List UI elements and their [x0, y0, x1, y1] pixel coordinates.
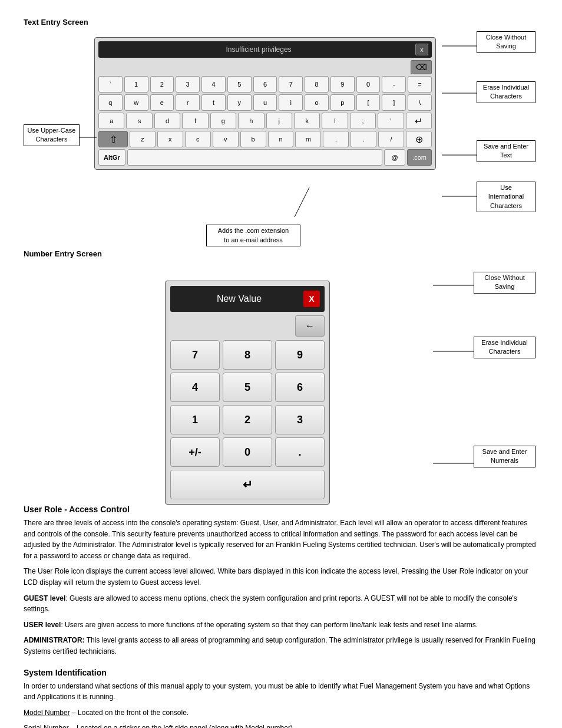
numpad-key-9[interactable]: 9 [275, 340, 325, 370]
kb-key-7[interactable]: 7 [279, 76, 303, 93]
numpad-key-1[interactable]: 1 [170, 405, 220, 434]
user-role-section: User Role - Access Control There are thr… [24, 505, 538, 657]
kb-key-j[interactable]: j [266, 113, 292, 129]
kb-key-f[interactable]: f [182, 113, 208, 129]
kb-shift-button[interactable]: ⇧ [98, 131, 128, 147]
kb-key-0[interactable]: 0 [356, 76, 381, 93]
numpad-key-4[interactable]: 4 [170, 373, 220, 402]
kb-key-v[interactable]: v [213, 131, 239, 147]
kb-key-1[interactable]: 1 [124, 76, 148, 93]
kb-dotcom-button[interactable]: .com [407, 149, 432, 166]
kb-key-n[interactable]: n [268, 131, 294, 147]
kb-key-2[interactable]: 2 [150, 76, 174, 93]
kb-key-a[interactable]: a [98, 113, 124, 129]
kb-key-4[interactable]: 4 [201, 76, 226, 93]
model-number-item: Model Number – Located on the front of t… [24, 707, 538, 719]
kb-key-s[interactable]: s [126, 113, 152, 129]
kb-key-q[interactable]: q [98, 94, 123, 111]
dotcom-callout: Adds the .com extensionto an e-mail addr… [206, 225, 300, 246]
kb-key-rbracket[interactable]: ] [382, 94, 406, 111]
numpad-backspace-button[interactable]: ← [295, 315, 325, 337]
kb-close-button[interactable]: x [415, 44, 428, 55]
kb-at-button[interactable]: @ [384, 149, 405, 166]
kb-globe-button[interactable]: ⊕ [406, 131, 432, 147]
kb-key-i[interactable]: i [279, 94, 303, 111]
kb-key-u[interactable]: u [253, 94, 277, 111]
guest-label: GUEST level [24, 594, 65, 602]
kb-key-b[interactable]: b [240, 131, 266, 147]
kb-altgr-button[interactable]: AltGr [98, 149, 125, 166]
numpad-key-7[interactable]: 7 [170, 340, 220, 370]
user-paragraph: USER level: Users are given access to mo… [24, 620, 538, 631]
kb-key-d[interactable]: d [154, 113, 180, 129]
kb-key-6[interactable]: 6 [253, 76, 277, 93]
numpad-key-plusminus[interactable]: +/- [170, 437, 220, 467]
kb-backspace-button[interactable]: ⌫ [411, 60, 432, 74]
user-label: USER level [24, 621, 61, 629]
numpad-key-8[interactable]: 8 [223, 340, 272, 370]
kb-key-8[interactable]: 8 [305, 76, 329, 93]
numpad-key-decimal[interactable]: . [275, 437, 325, 467]
kb-key-semicolon[interactable]: ; [350, 113, 376, 129]
kb-key-m[interactable]: m [295, 131, 321, 147]
kb-key-backslash[interactable]: \ [408, 94, 432, 111]
num-close-line [433, 279, 474, 291]
guest-paragraph: GUEST level: Guests are allowed to acces… [24, 593, 538, 615]
model-number-link[interactable]: Model Number [24, 709, 70, 717]
kb-key-9[interactable]: 9 [330, 76, 355, 93]
guest-text: : Guests are allowed to access menu opti… [24, 594, 517, 614]
erase-chars-kb-callout: Erase IndividualCharacters [477, 81, 535, 103]
text-entry-label: Text Entry Screen [24, 18, 538, 27]
kb-space-button[interactable] [127, 149, 383, 166]
numpad-close-button[interactable]: X [303, 291, 320, 307]
system-id-p1: In order to understand what sections of … [24, 681, 538, 703]
numpad-key-2[interactable]: 2 [223, 405, 272, 434]
kb-key-y[interactable]: y [227, 94, 252, 111]
kb-key-period[interactable]: . [351, 131, 376, 147]
model-number-text: – Located on the front of the console. [70, 709, 189, 717]
user-role-p1: There are three levels of access into th… [24, 518, 538, 561]
kb-key-minus[interactable]: - [382, 76, 406, 93]
close-line [442, 40, 477, 52]
kb-key-p[interactable]: p [330, 94, 355, 111]
serial-number-text: – Located on a sticker on the left side … [69, 724, 295, 728]
admin-label: ADMINISTRATOR: [24, 636, 85, 644]
kb-key-o[interactable]: o [305, 94, 329, 111]
serial-number-link[interactable]: Serial Number [24, 724, 69, 728]
user-role-p2: The User Role icon displays the current … [24, 566, 538, 588]
numpad-key-6[interactable]: 6 [275, 373, 325, 402]
admin-text: This level grants access to all areas of… [24, 636, 535, 655]
kb-key-apostrophe[interactable]: ' [378, 113, 404, 129]
num-erase-line [433, 345, 474, 357]
numpad-key-5[interactable]: 5 [223, 373, 272, 402]
kb-key-3[interactable]: 3 [176, 76, 200, 93]
num-save-line [433, 457, 474, 469]
numpad-key-0[interactable]: 0 [223, 437, 272, 467]
kb-key-lbracket[interactable]: [ [356, 94, 381, 111]
kb-key-w[interactable]: w [124, 94, 148, 111]
numpad-key-3[interactable]: 3 [275, 405, 325, 434]
kb-key-t[interactable]: t [201, 94, 226, 111]
user-role-title: User Role - Access Control [24, 505, 538, 514]
kb-key-c[interactable]: c [185, 131, 211, 147]
kb-key-backtick[interactable]: ` [98, 76, 123, 93]
kb-key-comma[interactable]: , [323, 131, 349, 147]
kb-key-z[interactable]: z [130, 131, 156, 147]
kb-key-k[interactable]: k [294, 113, 320, 129]
kb-key-5[interactable]: 5 [227, 76, 252, 93]
dotcom-line [289, 185, 324, 220]
kb-key-x[interactable]: x [157, 131, 183, 147]
serial-number-item: Serial Number – Located on a sticker on … [24, 723, 538, 728]
text-keyboard: Insufficient privileges x ⌫ ` 1 2 3 4 5 … [94, 37, 436, 170]
kb-key-enter[interactable]: ↵ [406, 113, 432, 129]
kb-key-h[interactable]: h [238, 113, 264, 129]
kb-key-slash[interactable]: / [378, 131, 404, 147]
admin-paragraph: ADMINISTRATOR: This level grants access … [24, 635, 538, 657]
numpad-title: New Value [175, 294, 303, 304]
kb-key-e[interactable]: e [150, 94, 174, 111]
numpad-enter-button[interactable]: ↵ [170, 470, 325, 499]
kb-key-equals[interactable]: = [408, 76, 432, 93]
kb-key-r[interactable]: r [176, 94, 200, 111]
kb-key-g[interactable]: g [210, 113, 236, 129]
kb-key-l[interactable]: l [322, 113, 348, 129]
